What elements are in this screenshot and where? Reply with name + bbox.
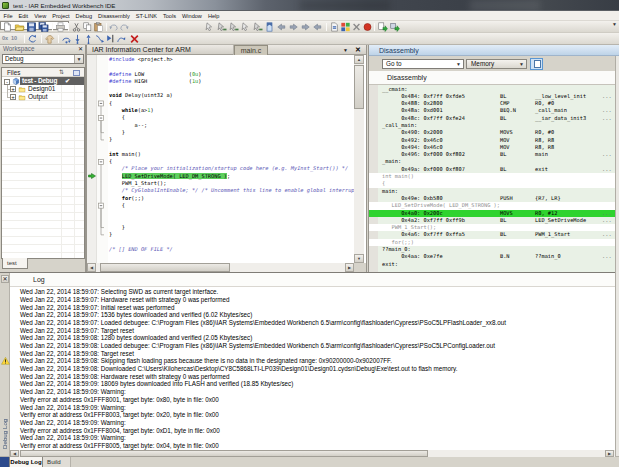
open-file-icon[interactable] [14,22,25,32]
editor-vertical-scrollbar[interactable]: ▲ ▼ [354,55,364,263]
sort-icon[interactable]: ⇅ [59,69,64,76]
save-all-icon[interactable] [38,22,49,32]
scroll-left-icon[interactable]: ◀ [87,263,96,272]
toggle-mixed-mode-button[interactable] [530,58,543,70]
step-out-icon[interactable] [83,34,94,44]
tab-main-c[interactable]: main.c [234,45,268,55]
code-text[interactable]: #include <project.h> #define LOW (0u)#de… [109,56,374,253]
copy-icon[interactable] [82,22,93,32]
navigate-backward-icon[interactable] [312,22,323,32]
find-icon[interactable] [204,22,215,32]
paste-icon[interactable] [93,22,104,32]
step-into-icon[interactable] [72,34,83,44]
disassembly-title-bar[interactable]: Disassembly [369,45,619,56]
scroll-right-icon[interactable]: ▶ [345,263,354,272]
chevron-down-icon: ▼ [74,55,83,63]
scroll-left-icon[interactable]: ◀ [10,450,19,457]
find-previous-icon[interactable] [228,22,239,32]
binary-view-icon[interactable]: 10 [11,35,17,41]
replace-icon[interactable] [240,22,251,32]
workspace-close-icon[interactable]: ✕ [77,46,84,53]
go-icon[interactable] [116,34,127,44]
columns-icon[interactable] [73,70,80,76]
disassembly-column-header[interactable]: Disassembly [369,71,619,85]
workspace-tab-label: test [7,260,17,266]
menu-st-link[interactable]: ST-LINK [133,13,159,19]
redo-icon[interactable] [119,22,130,32]
disasm-label-row: __cmain: [369,86,619,93]
run-to-cursor-icon[interactable] [105,34,116,44]
find-next-icon[interactable] [216,22,227,32]
log-close-icon[interactable]: ✕ [1,275,9,283]
breakpoint-margin[interactable] [87,55,97,263]
tab-build[interactable]: Build [43,457,71,467]
scroll-up-icon[interactable]: ▲ [354,55,364,64]
collapse-icon[interactable]: - [4,79,10,85]
log-column-header[interactable]: Log [10,273,619,287]
tree-item-label[interactable]: test - Debug [22,77,57,85]
save-icon[interactable] [26,22,37,32]
menu-window[interactable]: Window [180,13,205,19]
stop-debugging-icon[interactable] [129,34,140,44]
code-line [109,85,374,92]
workspace-panel: Workspace ✕ Debug ▼ Files ⇅ - test [0,45,86,272]
menu-edit[interactable]: Edit [16,13,31,19]
workspace-config-dropdown[interactable]: Debug ▼ [2,54,84,64]
expand-icon[interactable]: + [10,94,16,100]
tree-row-project[interactable]: - test - Debug ✔ [2,77,84,85]
reset-icon[interactable] [27,34,38,44]
next-bookmark-icon[interactable] [288,22,299,32]
disassembly-content[interactable]: __cmain: 0x484: 0xf7ff 0xfde5 BL __low_l… [369,85,619,272]
scrollbar-thumb[interactable] [100,263,230,272]
editor-content[interactable]: #include <project.h> #define LOW (0u)#de… [87,55,366,263]
go-to-icon[interactable] [252,22,263,32]
print-icon[interactable] [55,22,66,32]
tab-list-dropdown-icon[interactable]: ▼ [343,47,348,53]
menu-project[interactable]: Project [50,13,72,19]
tree-item-label[interactable]: Design01 [28,85,55,93]
cut-icon[interactable] [71,22,82,32]
toolbar-separator [374,23,375,31]
files-column-header[interactable]: Files [2,68,84,77]
menu-debug[interactable]: Debug [73,13,94,19]
goto-address-combo[interactable]: Go to ▼ [382,59,464,69]
editor-horizontal-scrollbar[interactable]: ◀ ▶ [87,263,354,272]
tree-row-folder[interactable]: + Design01 [2,85,84,93]
expand-icon[interactable]: + [10,86,16,92]
menu-tools[interactable]: Tools [160,13,178,19]
make-icon[interactable] [340,22,351,32]
step-over-icon[interactable] [61,34,72,44]
log-lines[interactable]: Wed Jan 22, 2014 18:59:07: Selecting SWD… [10,288,619,449]
tab-information-center[interactable]: IAR Information Center for ARM [88,45,234,55]
workspace-bottom-tab[interactable]: test [2,259,28,269]
title-bar[interactable]: test - IAR Embedded Workbench IDE [0,0,619,11]
fold-markers[interactable] [97,55,108,263]
menu-help[interactable]: Help [205,13,222,19]
compile-icon[interactable] [329,22,340,32]
scrollbar-thumb[interactable] [354,65,364,109]
log-horizontal-scrollbar[interactable]: ◀ ▶ [10,450,615,457]
new-document-icon[interactable] [2,22,13,32]
tree-item-label[interactable]: Output [28,93,48,101]
tab-debug-log[interactable]: Debug Log [9,457,43,467]
navigate-forward-icon[interactable] [300,22,311,32]
menu-file[interactable]: File [1,13,15,19]
toggle-breakpoint-icon[interactable] [362,22,373,32]
scroll-down-icon[interactable]: ▼ [354,254,364,263]
scroll-right-icon[interactable]: ▶ [605,450,614,457]
hex-view-icon[interactable]: 0x [2,35,8,41]
memory-zone-dropdown[interactable]: Memory ▼ [466,59,527,69]
next-statement-icon[interactable] [94,34,105,44]
tree-row-folder[interactable]: + Output [2,93,84,101]
debug-without-downloading-icon[interactable] [389,22,400,32]
stop-build-icon[interactable] [351,22,362,32]
toggle-bookmark-icon[interactable] [264,22,275,32]
scrollbar-thumb[interactable] [20,450,428,457]
previous-bookmark-icon[interactable] [276,22,287,32]
menu-view[interactable]: View [32,13,49,19]
download-and-debug-icon[interactable] [377,22,388,32]
menu-disassembly[interactable]: Disassembly [96,13,133,19]
break-icon[interactable] [44,34,55,44]
editor-close-icon[interactable]: ✕ [355,46,361,54]
undo-icon[interactable] [108,22,119,32]
